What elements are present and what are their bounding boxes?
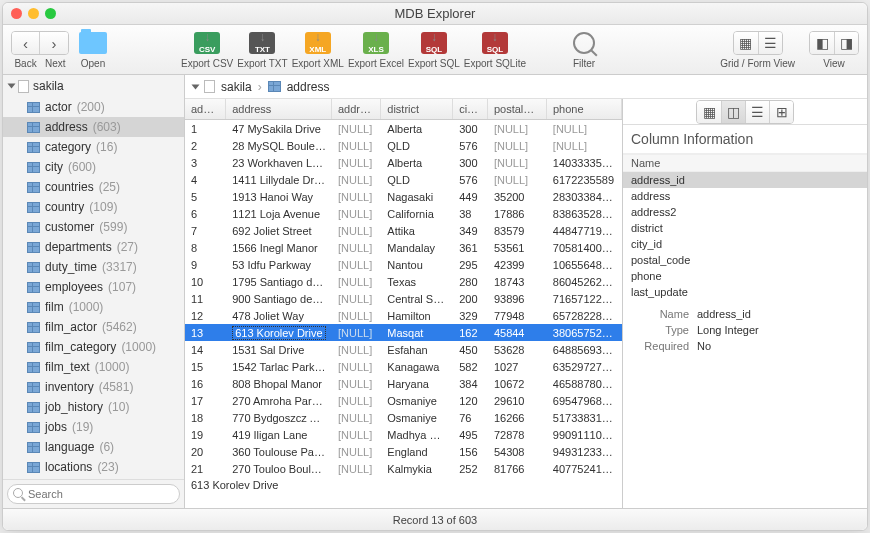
open-button[interactable]: Open xyxy=(73,30,113,69)
property-value: No xyxy=(697,340,711,352)
column-header-address2[interactable]: address2 xyxy=(332,99,381,119)
cell: 716571220373 xyxy=(547,292,622,306)
cell: [NULL] xyxy=(332,428,381,442)
export-sqlite-button[interactable]: SQLExport SQLite xyxy=(464,30,526,69)
inspector-toggle-icon[interactable]: ◨ xyxy=(834,32,858,54)
breadcrumb-db[interactable]: sakila xyxy=(221,80,252,94)
form-view-icon[interactable]: ☰ xyxy=(758,32,782,54)
column-header-address_id[interactable]: address_id xyxy=(185,99,226,119)
sidebar-item-duty_time[interactable]: duty_time (3317) xyxy=(3,257,184,277)
sidebar-item-country[interactable]: country (109) xyxy=(3,197,184,217)
back-button[interactable]: ‹ xyxy=(12,32,40,54)
view-toggle[interactable]: ◧◨ xyxy=(809,31,859,55)
table-name: address xyxy=(45,120,88,134)
cell: 478 Joliet Way xyxy=(226,309,332,323)
grid-form-toggle[interactable]: ▦☰ xyxy=(733,31,783,55)
column-list-item[interactable]: last_update xyxy=(623,284,867,300)
sidebar-item-departments[interactable]: departments (27) xyxy=(3,237,184,257)
inspector-tab-3[interactable]: ☰ xyxy=(745,101,769,123)
cell: Osmaniye xyxy=(381,394,453,408)
sidebar-item-employees[interactable]: employees (107) xyxy=(3,277,184,297)
cell: 15 xyxy=(185,360,226,374)
table-row[interactable]: 20360 Toulouse Parkw…[NULL]England156543… xyxy=(185,443,622,460)
sidebar-item-film_text[interactable]: film_text (1000) xyxy=(3,357,184,377)
cell: 54308 xyxy=(488,445,547,459)
table-row[interactable]: 151542 Tarlac Parkway[NULL]Kanagawa58210… xyxy=(185,358,622,375)
maximize-icon[interactable] xyxy=(45,8,56,19)
table-row[interactable]: 13613 Korolev Drive[NULL]Masqat162458443… xyxy=(185,324,622,341)
column-header-address[interactable]: address xyxy=(226,99,332,119)
breadcrumb-table[interactable]: address xyxy=(287,80,330,94)
table-row[interactable]: 101795 Santiago de C…[NULL]Texas28018743… xyxy=(185,273,622,290)
sidebar-item-actor[interactable]: actor (200) xyxy=(3,97,184,117)
table-row[interactable]: 16808 Bhopal Manor[NULL]Haryana384106724… xyxy=(185,375,622,392)
next-button[interactable]: › xyxy=(40,32,68,54)
cell: 465887807014 xyxy=(547,377,622,391)
table-count: (4581) xyxy=(99,380,134,394)
sidebar-search-input[interactable] xyxy=(7,484,180,504)
table-count: (599) xyxy=(99,220,127,234)
column-list-item[interactable]: district xyxy=(623,220,867,236)
column-header-phone[interactable]: phone xyxy=(547,99,622,119)
close-icon[interactable] xyxy=(11,8,22,19)
table-row[interactable]: 147 MySakila Drive[NULL]Alberta300[NULL]… xyxy=(185,120,622,137)
grid-view-icon[interactable]: ▦ xyxy=(734,32,758,54)
table-row[interactable]: 51913 Hanoi Way[NULL]Nagasaki44935200283… xyxy=(185,188,622,205)
table-row[interactable]: 19419 Iligan Lane[NULL]Madhya Pradesh495… xyxy=(185,426,622,443)
sidebar-item-inventory[interactable]: inventory (4581) xyxy=(3,377,184,397)
column-header-district[interactable]: district xyxy=(381,99,453,119)
sidebar-item-address[interactable]: address (603) xyxy=(3,117,184,137)
table-row[interactable]: 323 Workhaven Lane[NULL]Alberta300[NULL]… xyxy=(185,154,622,171)
sidebar-item-city[interactable]: city (600) xyxy=(3,157,184,177)
sidebar-item-locations[interactable]: locations (23) xyxy=(3,457,184,477)
sidebar-item-language[interactable]: language (6) xyxy=(3,437,184,457)
column-list-item[interactable]: postal_code xyxy=(623,252,867,268)
sidebar-item-customer[interactable]: customer (599) xyxy=(3,217,184,237)
column-list-item[interactable]: phone xyxy=(623,268,867,284)
grid-body[interactable]: 147 MySakila Drive[NULL]Alberta300[NULL]… xyxy=(185,120,622,508)
inspector-tabs[interactable]: ▦ ◫ ☰ ⊞ xyxy=(696,100,794,124)
inspector-tab-4[interactable]: ⊞ xyxy=(769,101,793,123)
sidebar-item-job_history[interactable]: job_history (10) xyxy=(3,397,184,417)
table-row[interactable]: 81566 Inegl Manor[NULL]Mandalay361535617… xyxy=(185,239,622,256)
sidebar-toggle-icon[interactable]: ◧ xyxy=(810,32,834,54)
filter-button[interactable]: Filter xyxy=(564,30,604,69)
sidebar-item-jobs[interactable]: jobs (19) xyxy=(3,417,184,437)
table-row[interactable]: 18770 Bydgoszcz Ave…[NULL]Osmaniye761626… xyxy=(185,409,622,426)
inspector-tab-1[interactable]: ▦ xyxy=(697,101,721,123)
table-row[interactable]: 7692 Joliet Street[NULL]Attika3498357944… xyxy=(185,222,622,239)
table-row[interactable]: 228 MySQL Boulevard[NULL]QLD576[NULL][NU… xyxy=(185,137,622,154)
export-sql-button[interactable]: SQLExport SQL xyxy=(408,30,460,69)
sidebar-db-header[interactable]: sakila xyxy=(3,75,184,97)
column-header-city_id[interactable]: city_id xyxy=(453,99,488,119)
sidebar-item-film[interactable]: film (1000) xyxy=(3,297,184,317)
table-row[interactable]: 141531 Sal Drive[NULL]Esfahan45053628648… xyxy=(185,341,622,358)
column-list-item[interactable]: address_id xyxy=(623,172,867,188)
sidebar-item-film_category[interactable]: film_category (1000) xyxy=(3,337,184,357)
table-row[interactable]: 953 Idfu Parkway[NULL]Nantou295423991065… xyxy=(185,256,622,273)
cell: 42399 xyxy=(488,258,547,272)
table-row[interactable]: 61121 Loja Avenue[NULL]California3817886… xyxy=(185,205,622,222)
sidebar-item-film_actor[interactable]: film_actor (5462) xyxy=(3,317,184,337)
export-xml-button[interactable]: XMLExport XML xyxy=(292,30,344,69)
inspector-tab-2[interactable]: ◫ xyxy=(721,101,745,123)
table-row[interactable]: 17270 Amroha Parkway[NULL]Osmaniye120296… xyxy=(185,392,622,409)
export-txt-button[interactable]: TXTExport TXT xyxy=(237,30,287,69)
sidebar-item-countries[interactable]: countries (25) xyxy=(3,177,184,197)
cell: 11 xyxy=(185,292,226,306)
sidebar-item-category[interactable]: category (16) xyxy=(3,137,184,157)
table-row[interactable]: 11900 Santiago de Co…[NULL]Central Serbi… xyxy=(185,290,622,307)
minimize-icon[interactable] xyxy=(28,8,39,19)
cell: 93896 xyxy=(488,292,547,306)
export-excel-button[interactable]: XLSExport Excel xyxy=(348,30,404,69)
table-row[interactable]: 21270 Touloo Boulevard[NULL]Kalmykia2528… xyxy=(185,460,622,477)
column-list-item[interactable]: address xyxy=(623,188,867,204)
table-row[interactable]: 41411 Lillydale Drive[NULL]QLD576[NULL]6… xyxy=(185,171,622,188)
export-csv-button[interactable]: CSVExport CSV xyxy=(181,30,233,69)
cell: 53561 xyxy=(488,241,547,255)
table-name: language xyxy=(45,440,94,454)
column-header-postal_code[interactable]: postal_code xyxy=(488,99,547,119)
column-list-item[interactable]: city_id xyxy=(623,236,867,252)
table-row[interactable]: 12478 Joliet Way[NULL]Hamilton3297794865… xyxy=(185,307,622,324)
column-list-item[interactable]: address2 xyxy=(623,204,867,220)
